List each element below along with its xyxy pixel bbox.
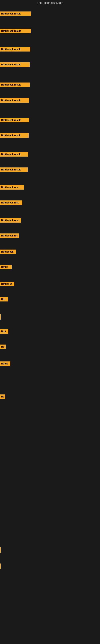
bottleneck-result-bar: Bottleneck result xyxy=(0,118,29,122)
bottleneck-result-bar: Bo xyxy=(0,394,5,399)
bottleneck-result-bar: Bottleneck result xyxy=(0,29,31,33)
bottleneck-bar-row: Bottleneck resu xyxy=(0,218,21,224)
bottleneck-bar-row: Bot xyxy=(0,297,8,302)
bottleneck-result-bar: Bottleneck res xyxy=(0,234,19,238)
bottleneck-bar-row: Bottleneck xyxy=(0,250,16,255)
bottleneck-bar-row: Bottle xyxy=(0,265,12,270)
bottleneck-result-bar: Bott xyxy=(0,329,8,334)
bottleneck-indicator-line xyxy=(0,314,1,320)
bottleneck-bar-row: Bott xyxy=(0,329,8,334)
bottleneck-result-bar: Bottleneck result xyxy=(0,168,28,172)
bottleneck-result-bar: Bottle xyxy=(0,265,12,269)
bottleneck-bar-row: Bottleneck result xyxy=(0,98,29,104)
bottleneck-bar-row: Bottleneck resu xyxy=(0,200,22,206)
bottleneck-bar-row: Bo xyxy=(0,344,6,350)
bottleneck-result-bar: Bottlenec xyxy=(0,282,14,286)
bottleneck-result-bar: Bottle xyxy=(0,362,10,366)
bottleneck-bar-row: Bottlenec xyxy=(0,282,14,287)
site-title: TheBottlenecker.com xyxy=(0,0,100,6)
bottleneck-result-bar: Bottleneck xyxy=(0,250,16,254)
bottleneck-result-bar: Bottleneck result xyxy=(0,98,29,103)
bottleneck-bar-row: Bottleneck result xyxy=(0,168,28,173)
bottleneck-bar-row: Bottleneck result xyxy=(0,62,30,68)
bottleneck-bar-row: Bottleneck result xyxy=(0,118,29,123)
bottleneck-result-bar: Bottleneck result xyxy=(0,12,31,16)
bottleneck-bar-row: Bottleneck resu xyxy=(0,185,24,190)
bottleneck-bar-row: Bottleneck res xyxy=(0,234,19,239)
bottleneck-bar-row: Bottleneck result xyxy=(0,82,30,88)
bottleneck-bar-row: Bottleneck result xyxy=(0,133,29,138)
bottleneck-result-bar: Bottleneck result xyxy=(0,62,30,67)
bottleneck-bar-row: Bottleneck result xyxy=(0,152,28,158)
bottleneck-bar-row: Bottleneck result xyxy=(0,12,31,17)
bottleneck-result-bar: Bottleneck resu xyxy=(0,200,22,205)
bottleneck-result-bar: Bottleneck resu xyxy=(0,218,21,222)
bottleneck-bar-row: Bottle xyxy=(0,362,10,367)
bottleneck-bar-row: Bottleneck result xyxy=(0,29,31,34)
bottleneck-result-bar: Bo xyxy=(0,344,6,349)
bottleneck-result-bar: Bottleneck result xyxy=(0,133,29,138)
bottleneck-bar-row: Bottleneck result xyxy=(0,47,30,52)
bottleneck-result-bar: Bot xyxy=(0,297,8,302)
bottleneck-result-bar: Bottleneck result xyxy=(0,82,30,87)
bottleneck-result-bar: Bottleneck result xyxy=(0,47,30,52)
bottleneck-result-bar: Bottleneck result xyxy=(0,152,28,156)
bottleneck-indicator-line xyxy=(0,548,1,553)
bottleneck-indicator-line xyxy=(0,564,1,569)
bottleneck-result-bar: Bottleneck resu xyxy=(0,185,24,190)
bottleneck-bar-row: Bo xyxy=(0,394,5,400)
